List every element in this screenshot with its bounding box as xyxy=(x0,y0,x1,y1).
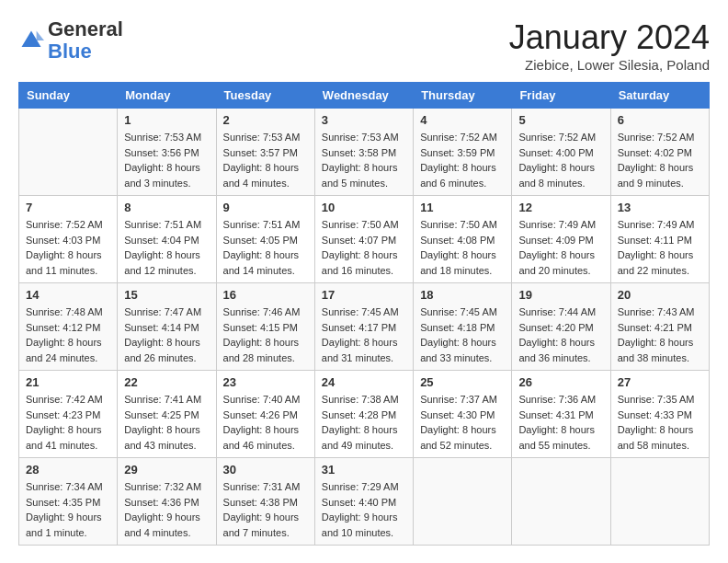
cell-line: Sunset: 3:58 PM xyxy=(322,147,396,158)
day-number: 27 xyxy=(618,375,702,389)
day-content: Sunrise: 7:47 AMSunset: 4:14 PMDaylight:… xyxy=(124,304,209,365)
cell-line: Sunset: 4:05 PM xyxy=(223,235,298,246)
calendar-cell: 21Sunrise: 7:42 AMSunset: 4:23 PMDayligh… xyxy=(19,371,118,458)
calendar-cell: 16Sunrise: 7:46 AMSunset: 4:15 PMDayligh… xyxy=(216,283,314,371)
logo: General Blue xyxy=(18,18,123,63)
day-number: 12 xyxy=(518,201,603,214)
day-number: 3 xyxy=(322,113,406,127)
cell-line: Sunrise: 7:53 AM xyxy=(223,132,301,143)
calendar-header: SundayMondayTuesdayWednesdayThursdayFrid… xyxy=(19,83,710,109)
calendar-body: 1Sunrise: 7:53 AMSunset: 3:56 PMDaylight… xyxy=(19,109,710,546)
cell-line: and 4 minutes. xyxy=(223,178,290,189)
day-content: Sunrise: 7:51 AMSunset: 4:05 PMDaylight:… xyxy=(223,217,308,278)
cell-line: Sunset: 4:21 PM xyxy=(618,322,692,333)
day-number: 19 xyxy=(518,288,603,302)
day-number: 16 xyxy=(223,288,308,302)
cell-line: Daylight: 8 hours xyxy=(124,424,200,435)
cell-line: and 38 minutes. xyxy=(618,352,689,363)
cell-line: Sunrise: 7:43 AM xyxy=(618,306,695,317)
cell-line: Sunrise: 7:44 AM xyxy=(518,306,596,317)
cell-line: Sunrise: 7:52 AM xyxy=(618,132,695,143)
logo-general-text: General xyxy=(48,17,123,40)
calendar-cell: 11Sunrise: 7:50 AMSunset: 4:08 PMDayligh… xyxy=(414,196,512,283)
calendar-cell: 5Sunrise: 7:52 AMSunset: 4:00 PMDaylight… xyxy=(512,109,610,196)
cell-line: Sunset: 4:26 PM xyxy=(223,409,298,420)
calendar-cell: 25Sunrise: 7:37 AMSunset: 4:30 PMDayligh… xyxy=(414,371,512,458)
cell-line: Sunrise: 7:35 AM xyxy=(618,394,695,405)
cell-line: Sunset: 4:09 PM xyxy=(518,235,593,246)
cell-line: Sunrise: 7:45 AM xyxy=(420,306,497,317)
cell-line: Daylight: 8 hours xyxy=(26,249,102,260)
day-content: Sunrise: 7:43 AMSunset: 4:21 PMDaylight:… xyxy=(618,304,702,365)
cell-line: Sunset: 3:56 PM xyxy=(124,147,199,158)
cell-line: and 52 minutes. xyxy=(420,440,492,451)
day-header-sunday: Sunday xyxy=(19,83,118,109)
cell-line: Daylight: 8 hours xyxy=(618,162,694,173)
cell-line: Daylight: 8 hours xyxy=(420,424,496,435)
cell-line: and 43 minutes. xyxy=(124,440,196,451)
cell-line: and 7 minutes. xyxy=(223,527,290,538)
day-content: Sunrise: 7:53 AMSunset: 3:58 PMDaylight:… xyxy=(322,130,406,190)
day-number: 9 xyxy=(223,201,308,214)
calendar-cell: 14Sunrise: 7:48 AMSunset: 4:12 PMDayligh… xyxy=(19,283,118,371)
day-number: 2 xyxy=(223,113,308,127)
day-content: Sunrise: 7:49 AMSunset: 4:09 PMDaylight:… xyxy=(518,217,603,278)
cell-line: and 55 minutes. xyxy=(518,440,590,451)
calendar-cell: 17Sunrise: 7:45 AMSunset: 4:17 PMDayligh… xyxy=(314,283,413,371)
day-number: 11 xyxy=(420,201,505,214)
day-number: 25 xyxy=(420,375,505,389)
cell-line: Daylight: 8 hours xyxy=(322,424,398,435)
cell-line: Sunrise: 7:42 AM xyxy=(26,394,103,405)
cell-line: and 18 minutes. xyxy=(420,265,492,276)
cell-line: Sunrise: 7:38 AM xyxy=(322,394,399,405)
cell-line: Daylight: 8 hours xyxy=(124,162,200,173)
calendar-cell: 26Sunrise: 7:36 AMSunset: 4:31 PMDayligh… xyxy=(512,371,610,458)
calendar-cell: 3Sunrise: 7:53 AMSunset: 3:58 PMDaylight… xyxy=(314,109,413,196)
cell-line: Sunset: 4:28 PM xyxy=(322,409,396,420)
svg-marker-1 xyxy=(37,31,44,41)
cell-line: Daylight: 8 hours xyxy=(124,337,200,348)
cell-line: and 5 minutes. xyxy=(322,178,388,189)
cell-line: Daylight: 8 hours xyxy=(223,249,300,260)
cell-line: Daylight: 8 hours xyxy=(223,162,300,173)
cell-line: and 26 minutes. xyxy=(124,352,196,363)
cell-line: Sunrise: 7:34 AM xyxy=(26,481,103,492)
day-content: Sunrise: 7:35 AMSunset: 4:33 PMDaylight:… xyxy=(618,392,702,453)
day-content: Sunrise: 7:50 AMSunset: 4:07 PMDaylight:… xyxy=(322,217,406,278)
calendar-cell xyxy=(19,109,118,196)
cell-line: Sunrise: 7:52 AM xyxy=(420,132,497,143)
calendar-cell xyxy=(414,458,512,546)
day-number: 29 xyxy=(124,463,209,477)
day-number: 5 xyxy=(518,113,603,127)
cell-line: Sunrise: 7:36 AM xyxy=(518,394,596,405)
day-content: Sunrise: 7:36 AMSunset: 4:31 PMDaylight:… xyxy=(518,392,603,453)
day-number: 20 xyxy=(618,288,702,302)
cell-line: Sunrise: 7:50 AM xyxy=(420,219,497,230)
day-number: 7 xyxy=(26,201,110,214)
cell-line: Daylight: 8 hours xyxy=(223,424,300,435)
cell-line: Daylight: 8 hours xyxy=(420,249,496,260)
cell-line: Sunset: 4:08 PM xyxy=(420,235,495,246)
day-number: 15 xyxy=(124,288,209,302)
cell-line: Sunrise: 7:53 AM xyxy=(124,132,201,143)
cell-line: Sunset: 4:31 PM xyxy=(518,409,593,420)
cell-line: Sunset: 4:00 PM xyxy=(518,147,593,158)
calendar-cell: 30Sunrise: 7:31 AMSunset: 4:38 PMDayligh… xyxy=(216,458,314,546)
calendar-week-5: 28Sunrise: 7:34 AMSunset: 4:35 PMDayligh… xyxy=(19,458,710,546)
cell-line: and 41 minutes. xyxy=(26,440,97,451)
cell-line: and 28 minutes. xyxy=(223,352,295,363)
cell-line: Daylight: 8 hours xyxy=(518,249,595,260)
cell-line: and 16 minutes. xyxy=(322,265,393,276)
cell-line: Sunrise: 7:40 AM xyxy=(223,394,301,405)
cell-line: Sunset: 4:38 PM xyxy=(223,497,298,508)
calendar-cell xyxy=(610,458,709,546)
cell-line: and 6 minutes. xyxy=(420,178,486,189)
day-number: 4 xyxy=(420,113,505,127)
cell-line: Sunset: 4:03 PM xyxy=(26,235,100,246)
day-header-wednesday: Wednesday xyxy=(314,83,413,109)
cell-line: Sunset: 4:15 PM xyxy=(223,322,298,333)
cell-line: and 12 minutes. xyxy=(124,265,196,276)
cell-line: Sunrise: 7:32 AM xyxy=(124,481,201,492)
cell-line: and 33 minutes. xyxy=(420,352,492,363)
day-content: Sunrise: 7:29 AMSunset: 4:40 PMDaylight:… xyxy=(322,479,406,540)
